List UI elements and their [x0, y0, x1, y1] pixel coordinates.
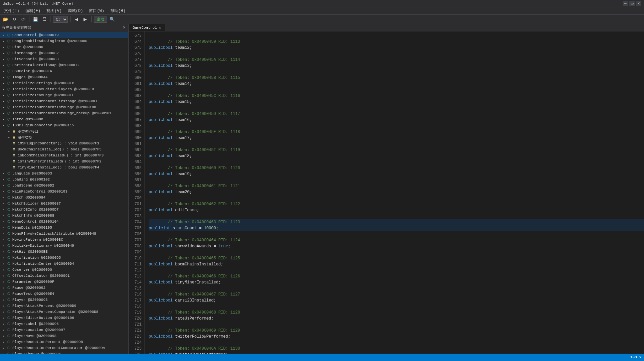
tree-item[interactable]: ▸ ⬡ PlayerEditorButton @02000106 — [0, 315, 128, 321]
tree-item[interactable]: ▸ ⬡ PlayerMove @02000098 — [0, 333, 128, 339]
save-all-button[interactable]: 🖫 — [40, 16, 48, 23]
tree-expand-icon[interactable]: ▸ — [1, 250, 6, 254]
tree-item[interactable]: ▸ ⬡ MatchInfo @02000088 — [0, 213, 128, 219]
tree-item[interactable]: ▸ ⬡ NetHit @020000BE — [0, 249, 128, 255]
tree-expand-icon[interactable]: ▸ — [1, 45, 6, 49]
tree-expand-icon[interactable]: ▸ — [1, 64, 6, 67]
close-button[interactable]: ✕ — [636, 1, 641, 6]
tree-expand-icon[interactable]: ▸ — [1, 268, 6, 272]
tree-expand-icon[interactable]: ▸ — [1, 51, 6, 55]
tree-item[interactable]: M BoomChainsInstalled() : bool @060007F5 — [0, 146, 128, 152]
tree-expand-icon[interactable]: ▸ — [1, 172, 6, 175]
tree-expand-icon[interactable]: ▸ — [1, 214, 6, 218]
tree-expand-icon[interactable]: ▸ — [1, 39, 6, 43]
tree-item[interactable]: ▸ ⬡ InitializeTournamentFirstpage @02000… — [0, 98, 128, 104]
tree-item[interactable]: ▸ ⬡ OffsetCalculator @02000091 — [0, 273, 128, 279]
tree-expand-icon[interactable]: ▸ — [1, 232, 6, 236]
tree-expand-icon[interactable]: ▸ — [1, 88, 6, 91]
tree-item[interactable]: ▸ ⬡ PlayerLabel @02000096 — [0, 321, 128, 327]
open-file-button[interactable]: 📂 — [2, 16, 9, 23]
tree-item[interactable]: M isBoomChainsInstalled() : int @060007F… — [0, 152, 128, 158]
tree-expand-icon[interactable]: ▸ — [1, 112, 6, 115]
code-area[interactable]: 6736746756766776786796806816826836846856… — [129, 31, 644, 354]
tree-item[interactable]: ▸ ⬡ Notification @020000D5 — [0, 255, 128, 261]
tree-item[interactable]: ▾ ⬡ GameControl @02000079 — [0, 32, 128, 38]
tree-expand-icon[interactable]: ▸ — [1, 256, 6, 260]
tree-expand-icon[interactable]: ▸ — [1, 57, 6, 61]
tree-item[interactable]: ▸ ⬡ PlayerLocation @02000097 — [0, 327, 128, 333]
tree-item[interactable]: ▸ ⬡ PlayerAttackPercentComparator @02000… — [0, 309, 128, 315]
tree-expand-icon[interactable]: ▸ — [1, 298, 6, 302]
tree-expand-icon[interactable]: ▸ — [1, 280, 6, 284]
tree-item[interactable]: ▸ ⬡ Intro @020000D — [0, 116, 128, 122]
tree-expand-icon[interactable]: ▸ — [7, 130, 11, 133]
tree-expand-icon[interactable]: ▸ — [1, 220, 6, 224]
tree-expand-icon[interactable]: ▸ — [1, 292, 6, 296]
tab-close-icon[interactable]: ✕ — [159, 26, 161, 30]
menu-item-h[interactable]: 帮助(H) — [108, 7, 128, 14]
tree-expand-icon[interactable]: ▸ — [1, 304, 6, 308]
tree-expand-icon[interactable]: ▸ — [1, 100, 6, 103]
tree-item[interactable]: ▸ ⬡ Observer @02000090 — [0, 267, 128, 273]
tree-item[interactable]: ▸ ▣ 基类型/接口 — [0, 128, 128, 134]
tree-item[interactable]: ▾ ⬡ iOSPluginConnector @02000115 — [0, 122, 128, 128]
forward-button[interactable]: ▶ — [82, 16, 89, 23]
tree-expand-icon[interactable]: ▸ — [1, 76, 6, 79]
tree-item[interactable]: ▸ ⬡ PauseTest @020000E4 — [0, 291, 128, 297]
tree-item[interactable]: ▸ ⬡ PlayerReceptionPercent @020000DB — [0, 339, 128, 345]
tree-item[interactable]: ▸ ⬡ InitializeTeamPage @020000FE — [0, 92, 128, 98]
tree-expand-icon[interactable]: ▸ — [1, 82, 6, 85]
tree-item[interactable]: M TinyMinerInstalled() : bool @060007F4 — [0, 164, 128, 170]
save-button[interactable]: 💾 — [32, 16, 39, 23]
tree-item[interactable]: ▸ ⬡ InitializeTournamentInfoPage_backup … — [0, 110, 128, 116]
tree-item[interactable]: ▸ ▣ 派生类型 — [0, 134, 128, 140]
tree-expand-icon[interactable]: ▸ — [1, 310, 6, 314]
panel-pin-button[interactable]: ─ — [116, 25, 121, 30]
tree-item[interactable]: ▸ ⬡ InitializeTournamentInfoPage @020001… — [0, 104, 128, 110]
search-button[interactable]: 🔍 — [109, 16, 116, 23]
assembly-tree[interactable]: ▾ ⬡ GameControl @02000079 ▸ ⬡ GoogleMobi… — [0, 31, 128, 354]
tree-expand-icon[interactable]: ▸ — [1, 334, 6, 338]
tree-expand-icon[interactable]: ▸ — [1, 274, 6, 278]
reload-all-button[interactable]: ⟳ — [19, 16, 27, 23]
tree-item[interactable]: ▸ ⬡ MenuControl @02000104 — [0, 219, 128, 225]
panel-close-button[interactable]: ✕ — [122, 25, 126, 30]
tree-item[interactable]: ▸ ⬡ Language @020000D3 — [0, 170, 128, 176]
tree-item[interactable]: ▸ ⬡ HitScenario @02000083 — [0, 56, 128, 62]
tree-item[interactable]: ▸ ⬡ HorizontalScrollSnap @020000FB — [0, 62, 128, 68]
tree-expand-icon[interactable]: ▾ — [1, 124, 6, 127]
tree-expand-icon[interactable]: ▸ — [1, 196, 6, 200]
tree-expand-icon[interactable]: ▸ — [1, 106, 6, 109]
tree-expand-icon[interactable]: ▸ — [1, 322, 6, 326]
tree-expand-icon[interactable]: ▸ — [7, 136, 11, 139]
start-button[interactable]: 启动 — [94, 16, 107, 23]
tree-expand-icon[interactable]: ▸ — [1, 262, 6, 266]
tree-item[interactable]: ▸ ⬡ PlayerReceptionPercentComparator @02… — [0, 345, 128, 351]
menu-item-d[interactable]: 调试(D) — [65, 7, 86, 14]
tree-item[interactable]: ▸ ⬡ LoadScene @020000D2 — [0, 183, 128, 189]
menu-item-f[interactable]: 文件(F) — [1, 7, 22, 14]
tree-expand-icon[interactable]: ▸ — [1, 178, 6, 182]
tree-item[interactable]: ▸ ⬡ InitializeTeamEditorPlayers @020000F… — [0, 86, 128, 92]
tree-expand-icon[interactable]: ▸ — [1, 286, 6, 290]
tree-item[interactable]: ▸ ⬡ PlayerShadow @0200009A — [0, 351, 128, 354]
tree-expand-icon[interactable]: ▾ — [1, 33, 6, 37]
tree-expand-icon[interactable]: ▸ — [1, 346, 6, 350]
tree-item[interactable]: M isTinyMinerInstalled() : int @060007F2 — [0, 158, 128, 164]
tree-item[interactable]: ▸ ⬡ Hint @02000080 — [0, 44, 128, 50]
tree-expand-icon[interactable]: ▸ — [1, 238, 6, 242]
tree-expand-icon[interactable]: ▸ — [1, 202, 6, 206]
tree-item[interactable]: ▸ ⬡ MovingPattern @020000BC — [0, 237, 128, 243]
tree-item[interactable]: M iOSPluginConnector() : void @060007F1 — [0, 140, 128, 146]
tree-item[interactable]: ▸ ⬡ InitializeSettings @020000FC — [0, 80, 128, 86]
tree-item[interactable]: ▸ ⬡ HintManager @02000082 — [0, 50, 128, 56]
menu-item-w[interactable]: 窗口(W) — [86, 7, 107, 14]
tree-item[interactable]: ▸ ⬡ MultiKeyDictionary @02000049 — [0, 243, 128, 249]
tree-expand-icon[interactable]: ▸ — [1, 118, 6, 121]
restore-button[interactable]: ▭ — [629, 1, 635, 6]
tree-item[interactable]: ▸ ⬡ MatchBuilder @02000087 — [0, 201, 128, 207]
tree-expand-icon[interactable]: ▸ — [1, 190, 6, 194]
tree-item[interactable]: ▸ ⬡ MainPageControl @02000103 — [0, 189, 128, 195]
tree-item[interactable]: ▸ ⬡ MenuDots @02000105 — [0, 225, 128, 231]
tree-item[interactable]: ▸ ⬡ PlayerAttackPercent @020000D9 — [0, 303, 128, 309]
